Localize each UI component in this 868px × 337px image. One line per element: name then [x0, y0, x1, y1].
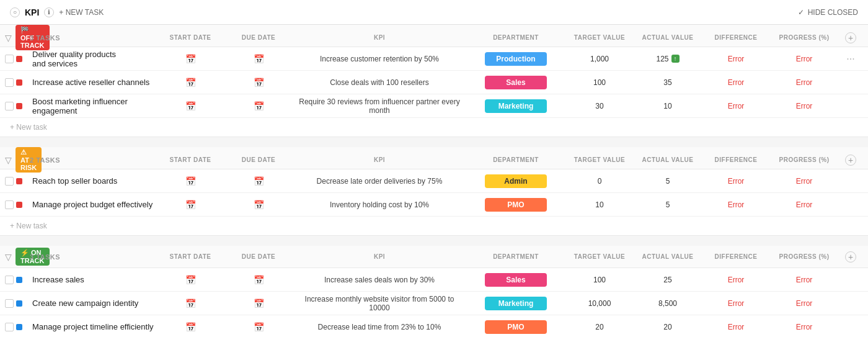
- task-check-cell: [5, 299, 30, 308]
- due-date-icon[interactable]: 📅: [254, 299, 264, 308]
- kpi-cell: Increase sales deals won by 30%: [293, 276, 466, 284]
- dept-cell: Admin: [466, 174, 565, 188]
- progress: Error: [770, 299, 838, 308]
- collapse-off-track[interactable]: ▽: [5, 33, 12, 43]
- progress: Error: [770, 55, 838, 63]
- due-date-cell: 📅: [224, 200, 293, 210]
- target-value: 100: [565, 78, 634, 87]
- target-value: 1,000: [565, 55, 634, 63]
- task-checkbox[interactable]: [5, 55, 14, 63]
- col-department: DEPARTMENT: [466, 156, 565, 163]
- start-date-cell: 📅: [156, 54, 224, 64]
- col-actual: ACTUAL VALUE: [634, 34, 702, 41]
- task-dot: [16, 103, 22, 109]
- col-department: DEPARTMENT: [466, 253, 565, 260]
- task-checkbox[interactable]: [5, 78, 14, 87]
- col-kpi: KPI: [293, 34, 466, 41]
- due-date-icon[interactable]: 📅: [254, 101, 264, 111]
- back-icon[interactable]: ○: [10, 7, 20, 17]
- add-new-task-at-risk[interactable]: + New task: [0, 217, 868, 235]
- collapse-on-track[interactable]: ▽: [5, 252, 12, 262]
- dept-cell: Sales: [466, 273, 565, 287]
- add-column-button[interactable]: +: [838, 32, 863, 43]
- dept-badge: PMO: [485, 198, 547, 212]
- more-options-button[interactable]: ···: [838, 53, 863, 65]
- difference: Error: [702, 299, 770, 308]
- task-name: Reach top seller boards: [32, 176, 117, 186]
- table-row: Boost marketing influencer engagement 📅 …: [0, 94, 868, 118]
- due-date-icon[interactable]: 📅: [254, 322, 264, 332]
- progress: Error: [770, 323, 838, 331]
- at-risk-count: 2 TASKS: [30, 156, 154, 164]
- due-date-icon[interactable]: 📅: [254, 176, 264, 186]
- collapse-at-risk[interactable]: ▽: [5, 155, 12, 165]
- due-date-icon[interactable]: 📅: [254, 200, 264, 210]
- task-dot: [16, 56, 22, 62]
- due-date-icon[interactable]: 📅: [254, 54, 264, 64]
- task-name-cell: Reach top seller boards: [30, 176, 154, 186]
- dept-badge: Production: [485, 52, 547, 66]
- info-icon[interactable]: ℹ: [44, 7, 54, 17]
- actual-value: 125 ↑: [634, 55, 702, 63]
- task-checkbox[interactable]: [5, 200, 14, 209]
- task-name: Boost marketing influencer engagement: [32, 97, 154, 115]
- start-date-icon[interactable]: 📅: [185, 176, 196, 186]
- start-date-icon[interactable]: 📅: [185, 101, 196, 111]
- task-checkbox[interactable]: [5, 276, 14, 284]
- task-check-cell: [5, 102, 30, 110]
- task-name: Deliver quality products and services: [32, 50, 123, 68]
- start-date-icon[interactable]: 📅: [185, 78, 196, 88]
- task-checkbox[interactable]: [5, 299, 14, 308]
- task-name-cell: Manage project budget effectively: [30, 200, 154, 209]
- target-value: 30: [565, 102, 634, 110]
- task-check-cell: [5, 276, 30, 284]
- task-check-cell: [5, 200, 30, 209]
- task-name-cell: Manage project timeline efficiently: [30, 322, 154, 331]
- off-track-count: 3 TASKS: [30, 34, 154, 42]
- add-column-button[interactable]: +: [838, 155, 863, 166]
- task-checkbox[interactable]: [5, 102, 14, 110]
- due-date-icon[interactable]: 📅: [254, 78, 264, 88]
- task-dot: [16, 178, 22, 184]
- start-date-cell: 📅: [156, 176, 224, 186]
- start-date-icon[interactable]: 📅: [185, 275, 196, 285]
- table-row: Increase active reseller channels 📅 📅 Cl…: [0, 71, 868, 94]
- add-new-task-off-track[interactable]: + New task: [0, 118, 868, 137]
- actual-value: 5: [634, 177, 702, 186]
- difference: Error: [702, 323, 770, 331]
- col-kpi: KPI: [293, 253, 466, 260]
- link-icon[interactable]: 🔗: [136, 55, 145, 63]
- due-date-cell: 📅: [224, 54, 293, 64]
- col-diff: DIFFERENCE: [702, 156, 770, 163]
- col-start-date: START DATE: [156, 253, 224, 260]
- col-actual: ACTUAL VALUE: [634, 253, 702, 260]
- start-date-cell: 📅: [156, 275, 224, 285]
- start-date-icon[interactable]: 📅: [185, 322, 196, 332]
- section-header-at-risk: ▽ ⚠ AT RISK 2 TASKS START DATE DUE DATE …: [0, 147, 868, 169]
- progress: Error: [770, 200, 838, 209]
- col-actual: ACTUAL VALUE: [634, 156, 702, 163]
- task-check-cell: [5, 78, 30, 87]
- dependency-icon[interactable]: ⇌: [127, 55, 133, 63]
- start-date-icon[interactable]: 📅: [185, 299, 196, 308]
- due-date-cell: 📅: [224, 322, 293, 332]
- start-date-icon[interactable]: 📅: [185, 200, 196, 210]
- add-column-button[interactable]: +: [838, 251, 863, 263]
- start-date-icon[interactable]: 📅: [185, 54, 196, 64]
- new-task-button[interactable]: + NEW TASK: [59, 8, 104, 17]
- col-target: TARGET VALUE: [565, 253, 634, 260]
- task-checkbox[interactable]: [5, 177, 14, 186]
- due-date-icon[interactable]: 📅: [254, 275, 264, 285]
- col-target: TARGET VALUE: [565, 34, 634, 41]
- col-kpi: KPI: [293, 156, 466, 163]
- task-name-cell: Boost marketing influencer engagement: [30, 97, 154, 115]
- hide-closed-button[interactable]: HIDE CLOSED: [808, 8, 858, 17]
- dept-badge: PMO: [485, 320, 547, 334]
- col-start-date: START DATE: [156, 156, 224, 163]
- start-date-cell: 📅: [156, 299, 224, 308]
- header-right: ✓ HIDE CLOSED: [798, 8, 858, 17]
- edit-icon[interactable]: ✎: [148, 55, 154, 63]
- target-value: 100: [565, 276, 634, 284]
- task-checkbox[interactable]: [5, 323, 14, 331]
- col-progress: PROGRESS (%): [770, 253, 838, 260]
